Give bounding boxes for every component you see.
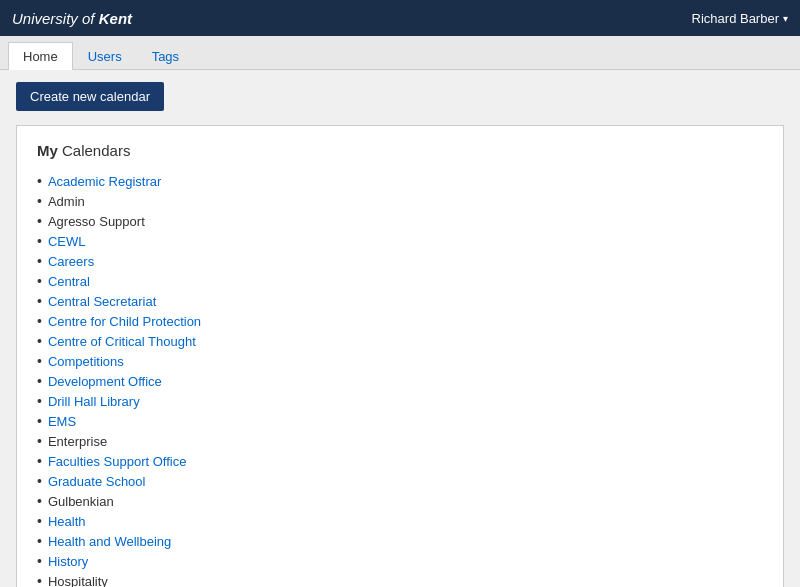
list-item: Health and Wellbeing <box>37 531 763 551</box>
list-item: Graduate School <box>37 471 763 491</box>
list-item: Central <box>37 271 763 291</box>
list-item: Centre of Critical Thought <box>37 331 763 351</box>
user-menu-caret: ▾ <box>783 13 788 24</box>
calendar-label: Gulbenkian <box>48 494 114 509</box>
user-name: Richard Barber <box>692 11 779 26</box>
list-item: Hospitality <box>37 571 763 587</box>
calendar-link[interactable]: Graduate School <box>48 474 146 489</box>
header: University of Kent Richard Barber ▾ <box>0 0 800 36</box>
list-item: EMS <box>37 411 763 431</box>
calendar-label: Admin <box>48 194 85 209</box>
calendar-link[interactable]: History <box>48 554 88 569</box>
list-item: Drill Hall Library <box>37 391 763 411</box>
list-item: Development Office <box>37 371 763 391</box>
calendar-label: Enterprise <box>48 434 107 449</box>
calendar-link[interactable]: Health and Wellbeing <box>48 534 171 549</box>
list-item: Agresso Support <box>37 211 763 231</box>
list-item: Faculties Support Office <box>37 451 763 471</box>
calendar-link[interactable]: Academic Registrar <box>48 174 161 189</box>
calendar-link[interactable]: EMS <box>48 414 76 429</box>
tab-users[interactable]: Users <box>73 42 137 70</box>
logo-text-prefix: University of <box>12 10 95 27</box>
list-item: CEWL <box>37 231 763 251</box>
calendar-box: My Calendars Academic RegistrarAdminAgre… <box>16 125 784 587</box>
calendar-link[interactable]: Drill Hall Library <box>48 394 140 409</box>
calendar-link[interactable]: Central <box>48 274 90 289</box>
nav-bar: Home Users Tags <box>0 36 800 70</box>
section-title: My Calendars <box>37 142 763 159</box>
create-calendar-button[interactable]: Create new calendar <box>16 82 164 111</box>
list-item: Enterprise <box>37 431 763 451</box>
calendar-link[interactable]: Health <box>48 514 86 529</box>
list-item: Centre for Child Protection <box>37 311 763 331</box>
list-item: Competitions <box>37 351 763 371</box>
tab-tags[interactable]: Tags <box>137 42 194 70</box>
site-logo: University of Kent <box>12 10 132 27</box>
list-item: History <box>37 551 763 571</box>
logo-text-kent: Kent <box>99 10 132 27</box>
calendar-label: Hospitality <box>48 574 108 588</box>
calendar-link[interactable]: Centre of Critical Thought <box>48 334 196 349</box>
calendar-list: Academic RegistrarAdminAgresso SupportCE… <box>37 171 763 587</box>
list-item: Central Secretariat <box>37 291 763 311</box>
list-item: Gulbenkian <box>37 491 763 511</box>
list-item: Careers <box>37 251 763 271</box>
list-item: Admin <box>37 191 763 211</box>
list-item: Academic Registrar <box>37 171 763 191</box>
calendar-link[interactable]: Centre for Child Protection <box>48 314 201 329</box>
list-item: Health <box>37 511 763 531</box>
calendar-link[interactable]: Competitions <box>48 354 124 369</box>
tab-home[interactable]: Home <box>8 42 73 70</box>
calendar-link[interactable]: Faculties Support Office <box>48 454 187 469</box>
calendar-link[interactable]: Development Office <box>48 374 162 389</box>
calendar-link[interactable]: Central Secretariat <box>48 294 156 309</box>
section-title-text: Calendars <box>62 142 130 159</box>
user-menu[interactable]: Richard Barber ▾ <box>692 11 788 26</box>
main-content: Create new calendar My Calendars Academi… <box>0 70 800 587</box>
section-title-prefix: My <box>37 142 58 159</box>
calendar-link[interactable]: Careers <box>48 254 94 269</box>
calendar-label: Agresso Support <box>48 214 145 229</box>
calendar-link[interactable]: CEWL <box>48 234 86 249</box>
